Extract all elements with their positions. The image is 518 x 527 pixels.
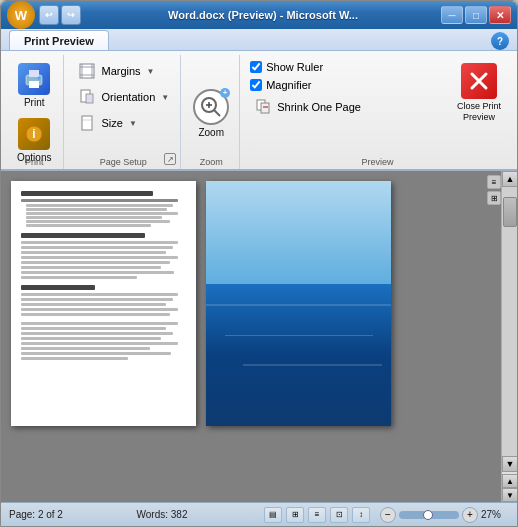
- words-info: Words: 382: [137, 509, 255, 520]
- ribbon-group-print: Print i Options Print: [5, 55, 64, 169]
- vertical-scrollbar: ▲ ▼ ▲ ▼: [501, 171, 517, 502]
- show-ruler-row: Show Ruler: [248, 59, 443, 75]
- scroll-track[interactable]: [502, 187, 517, 456]
- zoom-control: − + 27%: [380, 507, 509, 523]
- page1-para3-l6: [21, 347, 150, 350]
- page1-heading1: [21, 191, 153, 196]
- close-label: Close PrintPreview: [457, 101, 501, 123]
- tab-print-preview[interactable]: Print Preview: [9, 30, 109, 50]
- zoom-plus-button[interactable]: +: [462, 507, 478, 523]
- show-ruler-checkbox[interactable]: [250, 61, 262, 73]
- page1-bullet4: [26, 216, 162, 219]
- ribbon-group-zoom: + Zoom Zoom: [183, 55, 240, 169]
- zoom-minus-button[interactable]: −: [380, 507, 396, 523]
- page1-para3-l2: [21, 327, 166, 330]
- margins-icon: [77, 61, 97, 81]
- shrink-label: Shrink One Page: [277, 101, 361, 113]
- office-button[interactable]: W: [7, 1, 35, 29]
- scroll-thumb[interactable]: [503, 197, 517, 227]
- zoom-label: Zoom: [198, 127, 224, 138]
- maximize-button[interactable]: □: [465, 6, 487, 24]
- zoom-button[interactable]: + Zoom: [189, 85, 233, 142]
- close-button[interactable]: ✕: [489, 6, 511, 24]
- page1-bullet2: [26, 208, 167, 211]
- svg-rect-12: [86, 94, 93, 103]
- page1-para1-l8: [21, 276, 137, 279]
- window-title: Word.docx (Preview) - Microsoft W...: [85, 9, 441, 21]
- preview-checkboxes: Show Ruler Magnifier Shrink One Page: [248, 59, 443, 119]
- page1-para2-l3: [21, 303, 166, 306]
- status-icon-1[interactable]: ▤: [264, 507, 282, 523]
- document-area: ▲ ▼ ▲ ▼ ≡ ⊞: [1, 171, 517, 502]
- svg-rect-13: [82, 116, 92, 130]
- page1-text1: [21, 199, 178, 202]
- zoom-group-title: Zoom: [183, 157, 239, 167]
- zoom-icon: +: [193, 89, 229, 125]
- page1-para2-l1: [21, 293, 178, 296]
- page1-para2-l2: [21, 298, 173, 301]
- close-print-preview-icon: [461, 63, 497, 99]
- scroll-down-button[interactable]: ▼: [502, 456, 517, 472]
- magnifier-row: Magnifier: [248, 77, 443, 93]
- page1-bullet1: [26, 204, 173, 207]
- zoom-plus-indicator: +: [220, 88, 230, 98]
- orientation-label: Orientation: [101, 91, 155, 103]
- print-button[interactable]: Print: [12, 59, 56, 112]
- zoom-slider[interactable]: [399, 511, 459, 519]
- svg-rect-2: [29, 81, 39, 88]
- document-scroll[interactable]: [1, 171, 501, 502]
- page1-para3-l4: [21, 337, 161, 340]
- side-view-button[interactable]: ⊞: [487, 191, 501, 205]
- print-icon: [18, 63, 50, 95]
- scroll-up-button[interactable]: ▲: [502, 171, 517, 187]
- margins-button[interactable]: Margins ▼: [72, 59, 162, 83]
- window-controls: ─ □ ✕: [441, 6, 511, 24]
- status-icon-2[interactable]: ⊞: [286, 507, 304, 523]
- page1-heading3: [21, 285, 95, 290]
- page1-para1-l5: [21, 261, 170, 264]
- redo-button[interactable]: ↪: [61, 5, 81, 25]
- print-group-content: Print i Options: [11, 59, 57, 167]
- svg-point-3: [38, 77, 41, 80]
- close-print-preview-button[interactable]: Close PrintPreview: [451, 59, 507, 127]
- size-button[interactable]: Size ▼: [72, 111, 162, 135]
- preview-group-title: Preview: [242, 157, 513, 167]
- shrink-icon: [253, 97, 273, 117]
- side-expand-button[interactable]: ≡: [487, 175, 501, 189]
- size-label: Size: [101, 117, 122, 129]
- orientation-button[interactable]: Orientation ▼: [72, 85, 174, 109]
- ribbon: Print i Options Print Margins: [1, 51, 517, 171]
- print-group-title: Print: [5, 157, 63, 167]
- margins-dropdown-arrow: ▼: [147, 67, 155, 76]
- wave2: [225, 335, 373, 336]
- page1-para2-l5: [21, 313, 170, 316]
- ocean-sky: [206, 181, 391, 291]
- orientation-icon: [77, 87, 97, 107]
- svg-line-16: [214, 110, 220, 116]
- toolbar-controls: ↩ ↪: [39, 5, 81, 25]
- wave1: [206, 304, 391, 306]
- page1-para2-l4: [21, 308, 178, 311]
- title-bar-left: W ↩ ↪: [7, 1, 85, 29]
- size-icon: [77, 113, 97, 133]
- magnifier-checkbox[interactable]: [250, 79, 262, 91]
- page1-bullet6: [26, 224, 151, 227]
- svg-rect-20: [261, 103, 269, 113]
- page-setup-content: Margins ▼ Orientation ▼ Size ▼: [72, 59, 174, 167]
- scroll-up-arrow2[interactable]: ▲: [502, 474, 517, 488]
- zoom-slider-thumb[interactable]: [423, 510, 433, 520]
- shrink-button[interactable]: Shrink One Page: [248, 95, 443, 119]
- scroll-down-arrow2[interactable]: ▼: [502, 488, 517, 502]
- status-icon-4[interactable]: ⊡: [330, 507, 348, 523]
- page1-para1-l6: [21, 266, 161, 269]
- print-label: Print: [24, 97, 45, 108]
- tab-bar: Print Preview ?: [1, 29, 517, 51]
- zoom-percent: 27%: [481, 509, 509, 520]
- minimize-button[interactable]: ─: [441, 6, 463, 24]
- undo-button[interactable]: ↩: [39, 5, 59, 25]
- status-icon-3[interactable]: ≡: [308, 507, 326, 523]
- help-button[interactable]: ?: [491, 32, 509, 50]
- svg-text:i: i: [33, 127, 36, 141]
- status-icon-5[interactable]: ↕: [352, 507, 370, 523]
- page1-bullet3: [26, 212, 178, 215]
